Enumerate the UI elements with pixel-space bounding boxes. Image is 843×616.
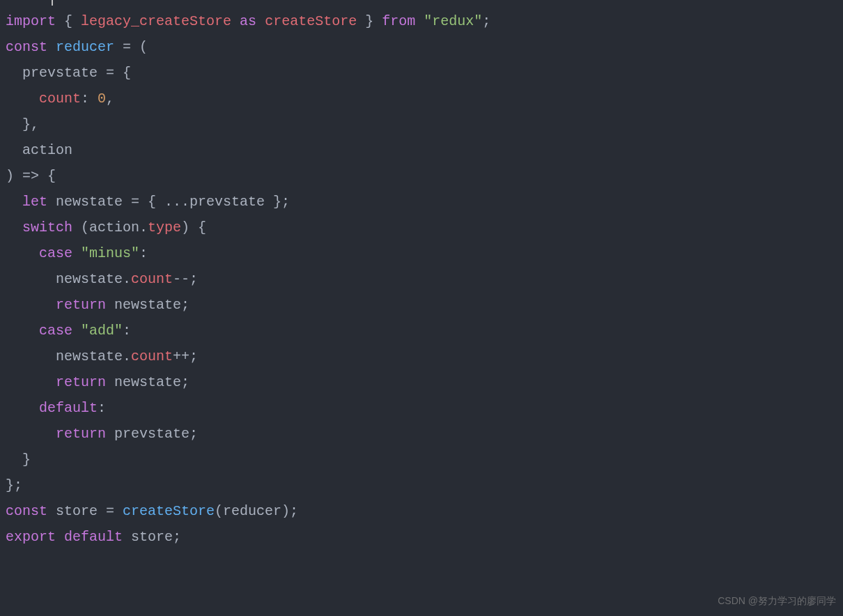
code-line: case "add":	[6, 318, 837, 344]
code-line: case "minus":	[6, 240, 837, 266]
code-text: },	[6, 116, 39, 132]
code-text: newstate.	[6, 271, 131, 287]
code-text: newstate.	[6, 348, 131, 364]
code-text: ;	[482, 13, 490, 29]
code-line: action	[6, 137, 837, 163]
code-text: ,	[106, 91, 114, 107]
property: count	[131, 348, 173, 364]
code-text: ) => {	[6, 168, 56, 184]
code-text	[6, 220, 22, 236]
code-text: = (	[114, 39, 148, 55]
code-text	[231, 13, 240, 29]
code-text	[6, 245, 39, 261]
code-text	[256, 13, 265, 29]
keyword-from: from	[382, 13, 415, 29]
code-line: return prevstate;	[6, 421, 837, 447]
code-line: };	[6, 472, 837, 498]
identifier: legacy_createStore	[81, 13, 231, 29]
code-line: const store = createStore(reducer);	[6, 498, 837, 524]
code-line: }	[6, 447, 837, 472]
string-literal: "minus"	[81, 245, 139, 261]
code-text: store;	[123, 529, 181, 545]
keyword-return: return	[56, 297, 106, 313]
code-text: newstate;	[106, 374, 190, 390]
code-text: --;	[173, 271, 198, 287]
number-literal: 0	[98, 91, 106, 107]
code-line: return newstate;	[6, 292, 837, 318]
code-line: count: 0,	[6, 86, 837, 111]
keyword-as: as	[240, 13, 256, 29]
code-text	[415, 13, 424, 29]
property: count	[131, 271, 173, 287]
code-line: newstate.count--;	[6, 266, 837, 292]
property: count	[39, 91, 81, 107]
code-text: ) {	[181, 220, 206, 236]
watermark-text: CSDN @努力学习的廖同学	[718, 592, 836, 610]
code-text	[72, 245, 81, 261]
code-line: const reducer = (	[6, 34, 837, 60]
code-text: };	[6, 477, 22, 493]
code-text: store =	[47, 503, 123, 519]
code-text	[6, 91, 39, 107]
code-text	[6, 194, 22, 210]
cursor-marker	[52, 0, 53, 6]
keyword-case: case	[39, 323, 72, 339]
code-line: ) => {	[6, 163, 837, 189]
code-line: switch (action.type) {	[6, 215, 837, 240]
code-line: import { legacy_createStore as createSto…	[6, 8, 837, 34]
keyword-let: let	[22, 194, 47, 210]
string-literal: "redux"	[424, 13, 482, 29]
code-text	[6, 400, 39, 416]
identifier: createStore	[265, 13, 357, 29]
code-line: export default store;	[6, 524, 837, 550]
code-line: let newstate = { ...prevstate };	[6, 189, 837, 215]
keyword-default: default	[39, 400, 98, 416]
keyword-case: case	[39, 245, 72, 261]
code-text: :	[81, 91, 98, 107]
function-name: reducer	[56, 39, 114, 55]
code-line: newstate.count++;	[6, 344, 837, 369]
code-line: default:	[6, 395, 837, 421]
code-text: :	[98, 400, 106, 416]
code-text: {	[56, 13, 81, 29]
code-text: :	[123, 323, 131, 339]
code-line: return newstate;	[6, 369, 837, 395]
code-text: (reducer);	[215, 503, 298, 519]
code-text: action	[6, 142, 72, 158]
code-text	[6, 323, 39, 339]
code-editor[interactable]: import { legacy_createStore as createSto…	[6, 8, 837, 550]
code-text	[47, 39, 56, 55]
code-text: }	[6, 452, 31, 468]
code-text: newstate = { ...prevstate };	[47, 194, 290, 210]
code-line: },	[6, 111, 837, 137]
code-text: prevstate;	[106, 426, 198, 442]
code-line: prevstate = {	[6, 60, 837, 86]
code-text	[56, 529, 64, 545]
code-text	[6, 374, 56, 390]
code-text: :	[139, 245, 148, 261]
string-literal: "add"	[81, 323, 123, 339]
keyword-export: export	[6, 529, 56, 545]
code-text: }	[357, 13, 382, 29]
code-text: newstate;	[106, 297, 190, 313]
keyword-return: return	[56, 374, 106, 390]
keyword-const: const	[6, 39, 47, 55]
keyword-const: const	[6, 503, 47, 519]
keyword-import: import	[6, 13, 56, 29]
function-call: createStore	[123, 503, 215, 519]
property: type	[148, 220, 181, 236]
code-text: (action.	[72, 220, 148, 236]
keyword-switch: switch	[22, 220, 72, 236]
code-text: ++;	[173, 348, 198, 364]
code-text	[6, 426, 56, 442]
code-text	[6, 297, 56, 313]
code-text	[72, 323, 81, 339]
keyword-return: return	[56, 426, 106, 442]
code-text: prevstate = {	[6, 65, 131, 81]
keyword-default: default	[64, 529, 123, 545]
